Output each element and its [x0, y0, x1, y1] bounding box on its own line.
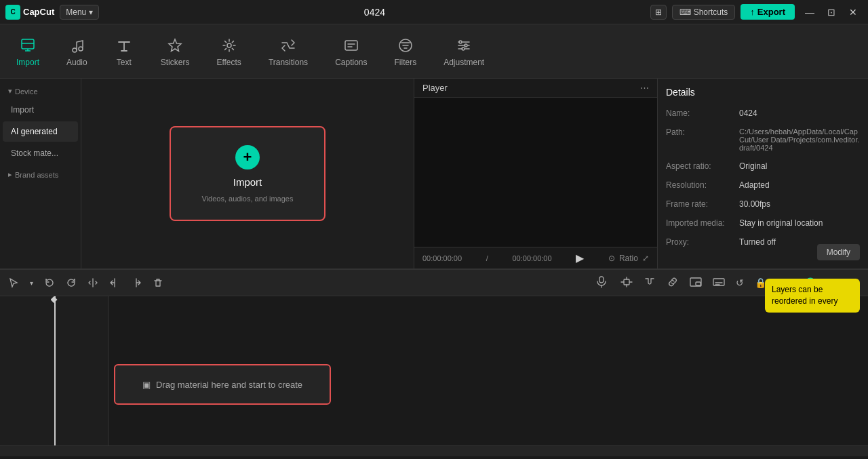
undo-timeline-button[interactable]: ↺ [732, 275, 748, 291]
svg-rect-12 [696, 282, 701, 285]
import-label: Import [16, 58, 39, 67]
detail-value-path: C:/Users/hebah/AppData/Local/CapCut/User… [739, 127, 860, 152]
svg-point-6 [459, 41, 462, 43]
scrollbar-area[interactable] [0, 445, 868, 456]
drag-drop-label: Drag material here and start to create [156, 380, 302, 390]
select-tool-button[interactable] [5, 275, 22, 291]
detail-value-name: 0424 [739, 108, 860, 118]
restore-button[interactable]: ⊡ [822, 3, 841, 22]
sidebar-device-label: Device [15, 87, 38, 96]
audio-icon [67, 36, 86, 55]
toolbar: Import Audio Text Stickers [0, 24, 868, 79]
close-button[interactable]: ✕ [844, 3, 863, 22]
detail-row-resolution: Resolution: Adapted [666, 180, 860, 190]
chevron-right-icon: ▸ [8, 170, 12, 179]
import-box-sublabel: Videos, audios, and images [202, 195, 294, 203]
microphone-button[interactable] [592, 273, 611, 293]
modify-button[interactable]: Modify [817, 244, 860, 260]
toolbar-effects[interactable]: Effects [211, 32, 246, 71]
details-title: Details [666, 87, 860, 98]
media-area: + Import Videos, audios, and images [81, 79, 414, 268]
detail-value-imported-media: Stay in original location [739, 218, 860, 228]
detail-row-framerate: Frame rate: 30.00fps [666, 199, 860, 209]
chevron-tool-icon: ▾ [30, 279, 33, 287]
filters-icon [396, 36, 415, 55]
detail-value-resolution: Adapted [739, 180, 860, 190]
split-button[interactable] [85, 275, 101, 291]
effects-icon [220, 36, 239, 55]
sidebar-stock-label: Stock mate... [11, 148, 58, 158]
shortcuts-label: Shortcuts [694, 7, 728, 17]
snap-button[interactable] [616, 274, 637, 292]
detail-row-name: Name: 0424 [666, 108, 860, 118]
sidebar-item-ai-generated[interactable]: AI generated [3, 121, 78, 142]
toolbar-text[interactable]: Text [109, 32, 139, 71]
toolbar-transitions[interactable]: Transitions [263, 32, 313, 71]
sidebar-brand-label: Brand assets [15, 171, 58, 179]
grid-icon: ⊞ [655, 7, 662, 17]
toolbar-audio[interactable]: Audio [61, 32, 93, 71]
svg-point-7 [465, 44, 467, 47]
filters-label: Filters [395, 58, 417, 67]
top-bar: C CapCut Menu ▾ 0424 ⊞ ⌨ Shortcuts ↑ Exp… [0, 0, 868, 24]
player-header: Player ⋯ [414, 79, 657, 98]
caption-overlay-button[interactable] [709, 274, 729, 292]
toolbar-filters[interactable]: Filters [389, 32, 422, 71]
timeline-content: ▣ Drag material here and start to create [108, 296, 868, 445]
adjustment-icon [454, 36, 473, 55]
svg-rect-10 [624, 279, 629, 285]
trim-right-button[interactable] [128, 275, 144, 291]
select-dropdown-button[interactable]: ▾ [27, 277, 36, 290]
sidebar-item-stock-mate[interactable]: Stock mate... [3, 143, 78, 163]
toolbar-import[interactable]: Import [11, 32, 45, 71]
sidebar-item-import[interactable]: Import [3, 100, 78, 120]
import-icon [18, 36, 37, 55]
toolbar-captions[interactable]: Captions [330, 32, 372, 71]
fullscreen-preview-button[interactable]: ⊙ [608, 254, 615, 263]
trim-left-button[interactable] [106, 275, 123, 291]
delete-button[interactable] [150, 275, 166, 291]
detail-label-path: Path: [666, 127, 734, 137]
export-button[interactable]: ↑ Export [741, 4, 795, 20]
player-area: Player ⋯ 00:00:00:00 / 00:00:00:00 ▶ ⊙ R… [414, 79, 658, 268]
pip-button[interactable] [686, 274, 706, 292]
detail-label-framerate: Frame rate: [666, 199, 734, 209]
menu-chevron-icon: ▾ [89, 7, 93, 17]
detail-value-framerate: 30.00fps [739, 199, 860, 209]
project-title: 0424 [104, 7, 644, 18]
player-title: Player [422, 83, 448, 93]
link-button[interactable] [663, 274, 683, 292]
stickers-icon [165, 36, 184, 55]
play-button[interactable]: ▶ [576, 252, 584, 264]
menu-button[interactable]: Menu ▾ [60, 5, 99, 20]
redo-button[interactable] [63, 275, 79, 291]
undo-button[interactable] [41, 275, 58, 291]
player-menu-icon[interactable]: ⋯ [640, 83, 649, 93]
timeline-header: ▾ [0, 269, 868, 296]
svg-point-1 [73, 48, 77, 52]
left-sidebar: ▾ Device Import AI generated Stock mate.… [0, 79, 81, 268]
export-icon: ↑ [750, 7, 755, 17]
ratio-button[interactable]: Ratio [619, 254, 638, 263]
detail-label-aspect: Aspect ratio: [666, 161, 734, 171]
transitions-icon [279, 36, 298, 55]
svg-point-3 [227, 43, 231, 47]
stickers-label: Stickers [161, 58, 190, 67]
player-body [414, 98, 657, 247]
toolbar-adjustment[interactable]: Adjustment [438, 32, 490, 71]
grid-button[interactable]: ⊞ [650, 5, 667, 20]
menu-label: Menu [66, 7, 86, 17]
export-label: Export [757, 7, 785, 17]
window-controls: — ⊡ ✕ [800, 3, 863, 22]
player-right-controls: ⊙ Ratio ⤢ [608, 254, 649, 263]
minimize-button[interactable]: — [800, 3, 819, 22]
fullscreen-button[interactable]: ⤢ [642, 254, 649, 263]
toolbar-stickers[interactable]: Stickers [155, 32, 195, 71]
import-box-label: Import [233, 176, 262, 188]
shortcuts-button[interactable]: ⌨ Shortcuts [672, 5, 736, 20]
import-box[interactable]: + Import Videos, audios, and images [170, 126, 326, 221]
import-plus-icon: + [235, 145, 260, 169]
tooltip-text: Layers can be reordered in every [772, 285, 837, 306]
magnet-button[interactable] [639, 274, 660, 292]
sidebar-import-label: Import [11, 105, 34, 115]
